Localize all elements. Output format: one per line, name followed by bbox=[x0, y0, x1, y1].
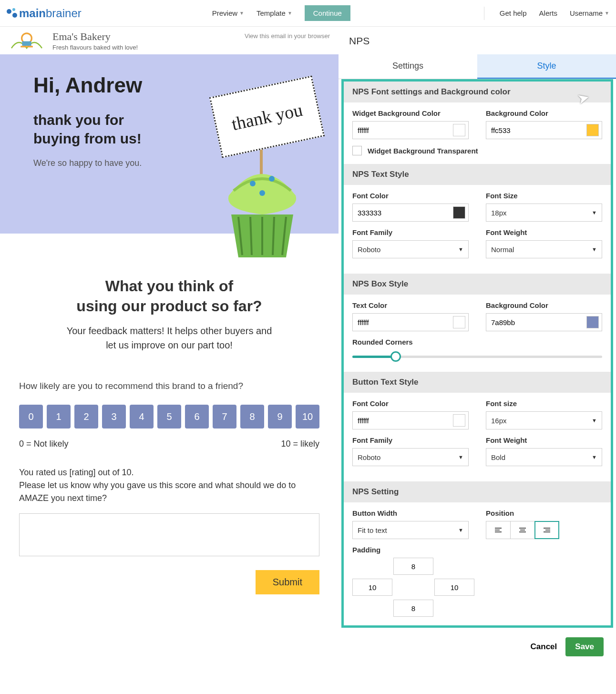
btn-font-size-select[interactable]: 16px▼ bbox=[486, 411, 602, 429]
box-bg-swatch[interactable] bbox=[586, 316, 599, 328]
username-dropdown[interactable]: Username▼ bbox=[570, 9, 609, 17]
bg-color-input[interactable] bbox=[486, 121, 602, 139]
chevron-down-icon: ▼ bbox=[592, 454, 597, 460]
align-center-button[interactable] bbox=[510, 521, 535, 539]
rated-line-1: You rated us [rating] out of 10. bbox=[19, 466, 319, 479]
transparent-checkbox[interactable] bbox=[352, 146, 362, 155]
tab-settings[interactable]: Settings bbox=[339, 54, 477, 79]
view-in-browser-link[interactable]: View this email in your browser bbox=[245, 32, 330, 40]
chevron-down-icon: ▼ bbox=[592, 210, 597, 215]
svg-rect-2 bbox=[21, 46, 33, 47]
font-weight-label: Font Weight bbox=[486, 228, 602, 236]
survey-heading-2: using our product so far? bbox=[19, 296, 319, 316]
nps-score-6[interactable]: 6 bbox=[185, 405, 209, 429]
rounded-corners-slider[interactable] bbox=[352, 350, 602, 363]
nps-score-4[interactable]: 4 bbox=[130, 405, 154, 429]
font-color-swatch[interactable] bbox=[453, 206, 465, 219]
padding-right-input[interactable] bbox=[434, 579, 474, 596]
panel-title: NPS bbox=[339, 27, 616, 50]
widget-bg-text[interactable] bbox=[353, 122, 453, 139]
padding-top-input[interactable] bbox=[393, 558, 433, 575]
rounded-corners-label: Rounded Corners bbox=[352, 338, 602, 346]
logo[interactable]: mainbrainer bbox=[7, 7, 82, 20]
btn-font-color-input[interactable] bbox=[352, 411, 469, 429]
nps-score-10[interactable]: 10 bbox=[296, 405, 319, 429]
box-text-color-swatch[interactable] bbox=[453, 316, 465, 328]
save-button[interactable]: Save bbox=[565, 637, 604, 656]
bg-color-text[interactable] bbox=[486, 122, 586, 139]
font-family-select[interactable]: Roboto▼ bbox=[352, 240, 469, 258]
template-dropdown[interactable]: Template▼ bbox=[257, 9, 292, 17]
email-preview: Ema's Bakery Fresh flavours baked with l… bbox=[0, 27, 339, 666]
button-width-label: Button Width bbox=[352, 509, 469, 517]
button-width-select[interactable]: Fit to text▼ bbox=[352, 521, 469, 539]
btn-font-size-label: Font size bbox=[486, 399, 602, 408]
nps-label-low: 0 = Not likely bbox=[19, 439, 69, 449]
font-color-input[interactable] bbox=[352, 204, 469, 222]
font-size-select[interactable]: 18px▼ bbox=[486, 204, 602, 222]
alerts-link[interactable]: Alerts bbox=[539, 9, 557, 17]
widget-bg-label: Widget Background Color bbox=[352, 109, 469, 117]
chevron-down-icon: ▼ bbox=[605, 10, 609, 16]
style-panel: NPS Settings Style ➤ NPS Font settings a… bbox=[339, 27, 616, 666]
svg-rect-1 bbox=[22, 41, 31, 46]
btn-font-weight-select[interactable]: Bold▼ bbox=[486, 448, 602, 466]
cancel-button[interactable]: Cancel bbox=[531, 642, 557, 652]
align-left-button[interactable] bbox=[486, 521, 511, 539]
nps-score-5[interactable]: 5 bbox=[157, 405, 181, 429]
nps-score-9[interactable]: 9 bbox=[268, 405, 292, 429]
feedback-textarea[interactable] bbox=[19, 513, 319, 556]
widget-bg-swatch[interactable] bbox=[453, 124, 465, 136]
box-bg-label: Background Color bbox=[486, 301, 602, 309]
transparent-label: Widget Background Transparent bbox=[368, 147, 478, 155]
align-right-button[interactable] bbox=[534, 521, 559, 539]
bakery-logo-icon bbox=[8, 29, 46, 52]
tab-style[interactable]: Style bbox=[477, 54, 616, 79]
svg-point-5 bbox=[269, 176, 275, 182]
divider bbox=[484, 7, 484, 20]
box-text-color-label: Text Color bbox=[352, 301, 469, 309]
get-help-link[interactable]: Get help bbox=[500, 9, 527, 17]
nps-score-1[interactable]: 1 bbox=[47, 405, 71, 429]
box-bg-text[interactable] bbox=[486, 314, 586, 331]
padding-bottom-input[interactable] bbox=[393, 600, 433, 617]
chevron-down-icon: ▼ bbox=[458, 527, 463, 533]
hero-section: Hi, Andrew thank you for buying from us!… bbox=[0, 54, 339, 234]
nps-score-7[interactable]: 7 bbox=[213, 405, 236, 429]
btn-font-color-swatch[interactable] bbox=[453, 414, 465, 427]
logo-text-brainer: brainer bbox=[46, 7, 82, 20]
logo-text-main: main bbox=[19, 7, 46, 20]
box-text-color-text[interactable] bbox=[353, 314, 453, 331]
widget-bg-input[interactable] bbox=[352, 121, 469, 139]
nps-score-8[interactable]: 8 bbox=[240, 405, 264, 429]
preview-dropdown[interactable]: Preview▼ bbox=[212, 9, 244, 17]
top-header: mainbrainer Preview▼ Template▼ Continue … bbox=[0, 0, 616, 27]
nps-score-3[interactable]: 3 bbox=[102, 405, 126, 429]
padding-left-input[interactable] bbox=[352, 579, 392, 596]
nps-score-2[interactable]: 2 bbox=[74, 405, 98, 429]
submit-button[interactable]: Submit bbox=[256, 570, 319, 594]
btn-font-family-select[interactable]: Roboto▼ bbox=[352, 448, 469, 466]
chevron-down-icon: ▼ bbox=[458, 246, 463, 252]
bakery-name: Ema's Bakery bbox=[52, 31, 138, 43]
font-color-text[interactable] bbox=[353, 204, 453, 221]
font-weight-select[interactable]: Normal▼ bbox=[486, 240, 602, 258]
font-family-label: Font Family bbox=[352, 228, 469, 236]
bg-color-swatch[interactable] bbox=[586, 124, 599, 136]
rated-line-2: Please let us know why you gave us this … bbox=[19, 479, 319, 505]
font-size-label: Font Size bbox=[486, 192, 602, 200]
font-color-label: Font Color bbox=[352, 192, 469, 200]
svg-point-6 bbox=[259, 190, 265, 196]
bakery-tagline: Fresh flavours baked with love! bbox=[52, 44, 138, 51]
bg-color-label: Background Color bbox=[486, 109, 602, 117]
nps-label-high: 10 = likely bbox=[281, 439, 319, 449]
box-text-color-input[interactable] bbox=[352, 313, 469, 331]
nps-question: How likely are you to recommend this bra… bbox=[19, 381, 319, 391]
continue-button[interactable]: Continue bbox=[305, 5, 350, 21]
box-bg-input[interactable] bbox=[486, 313, 602, 331]
section-header-button-text: Button Text Style bbox=[344, 372, 611, 393]
section-header-nps-setting: NPS Setting bbox=[344, 481, 611, 502]
btn-font-weight-label: Font Weight bbox=[486, 436, 602, 444]
btn-font-color-text[interactable] bbox=[353, 412, 453, 429]
nps-score-0[interactable]: 0 bbox=[19, 405, 43, 429]
